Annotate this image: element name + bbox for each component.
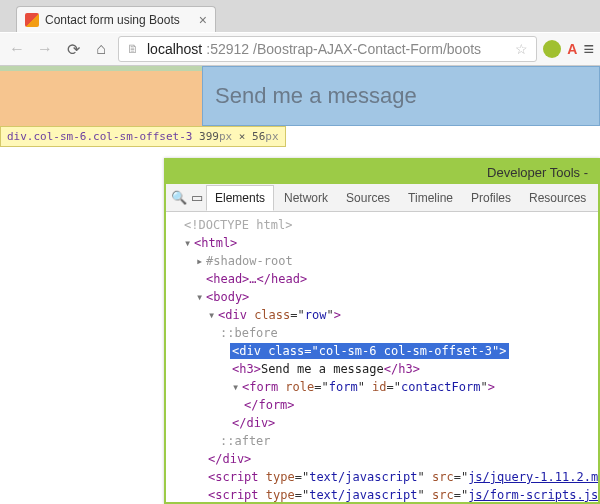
url-port: :52912 <box>206 41 249 57</box>
tab-strip: Contact form using Boots × <box>0 0 600 32</box>
tab-elements[interactable]: Elements <box>206 185 274 211</box>
tab-audits[interactable]: Audits <box>596 186 600 210</box>
dom-script1[interactable]: <script type="text/javascript" src="js/j… <box>172 468 592 486</box>
extension-icon[interactable] <box>543 40 561 58</box>
menu-icon[interactable]: ≡ <box>583 39 594 60</box>
inspect-icon[interactable]: 🔍 <box>170 187 188 209</box>
dom-tree[interactable]: <!DOCTYPE html> ▾<html> ▸#shadow-root <h… <box>166 212 598 502</box>
page-icon: 🗎 <box>127 42 139 56</box>
dom-selected[interactable]: <div class="col-sm-6 col-sm-offset-3"> <box>230 343 509 359</box>
dom-script2[interactable]: <script type="text/javascript" src="js/f… <box>172 486 592 502</box>
tooltip-selector: div.col-sm-6.col-sm-offset-3 <box>7 130 192 143</box>
dom-html[interactable]: <html> <box>194 236 237 250</box>
tab-network[interactable]: Network <box>276 186 336 210</box>
tab-title: Contact form using Boots <box>45 13 193 27</box>
dom-before[interactable]: ::before <box>220 326 278 340</box>
tab-resources[interactable]: Resources <box>521 186 594 210</box>
favicon-icon <box>25 13 39 27</box>
reload-icon[interactable]: ⟳ <box>62 40 84 59</box>
toggle-icon[interactable]: ▾ <box>196 288 206 306</box>
devtools-tabs: 🔍 ▭ Elements Network Sources Timeline Pr… <box>166 184 598 212</box>
toggle-icon[interactable]: ▸ <box>196 252 206 270</box>
devtools-titlebar[interactable]: Developer Tools - <box>166 160 598 184</box>
dom-body[interactable]: <body> <box>206 290 249 304</box>
tooltip-width: 399 <box>199 130 219 143</box>
browser-tab[interactable]: Contact form using Boots × <box>16 6 216 32</box>
dom-h3[interactable]: <h3>Send me a message</h3> <box>172 360 592 378</box>
url-host: localhost <box>147 41 202 57</box>
toggle-icon[interactable]: ▾ <box>208 306 218 324</box>
home-icon[interactable]: ⌂ <box>90 40 112 58</box>
toggle-icon[interactable]: ▾ <box>220 342 230 360</box>
dom-doctype: <!DOCTYPE html> <box>184 218 292 232</box>
devtools-title: Developer Tools - <box>487 165 588 180</box>
highlight-margin <box>0 66 202 126</box>
tab-profiles[interactable]: Profiles <box>463 186 519 210</box>
dom-col-close[interactable]: </div> <box>232 416 275 430</box>
dom-form[interactable]: <form role="form" id="contactForm"> <box>242 380 495 394</box>
dom-head[interactable]: <head>…</head> <box>206 272 307 286</box>
tab-sources[interactable]: Sources <box>338 186 398 210</box>
forward-icon[interactable]: → <box>34 40 56 58</box>
bookmark-icon[interactable]: ☆ <box>515 41 528 57</box>
dom-row[interactable]: <div class="row"> <box>218 308 341 322</box>
dom-form-close[interactable]: </form> <box>244 398 295 412</box>
toggle-icon[interactable]: ▾ <box>184 234 194 252</box>
url-path: /Boostrap-AJAX-Contact-Form/boots <box>253 41 481 57</box>
device-icon[interactable]: ▭ <box>190 187 204 209</box>
adblock-icon[interactable]: A <box>567 41 577 57</box>
tooltip-px1: px <box>219 130 232 143</box>
element-tooltip: div.col-sm-6.col-sm-offset-3 399px × 56p… <box>0 126 286 147</box>
highlight-content: Send me a message <box>202 66 600 126</box>
toggle-icon[interactable]: ▾ <box>232 378 242 396</box>
back-icon[interactable]: ← <box>6 40 28 58</box>
dom-after[interactable]: ::after <box>220 434 271 448</box>
devtools-window: Developer Tools - 🔍 ▭ Elements Network S… <box>164 158 600 504</box>
address-bar[interactable]: 🗎 localhost:52912/Boostrap-AJAX-Contact-… <box>118 36 537 62</box>
viewport: Send me a message div.col-sm-6.col-sm-of… <box>0 66 600 504</box>
dom-shadow[interactable]: #shadow-root <box>206 254 293 268</box>
page-heading: Send me a message <box>215 83 417 109</box>
dom-row-close[interactable]: </div> <box>208 452 251 466</box>
tab-timeline[interactable]: Timeline <box>400 186 461 210</box>
nav-toolbar: ← → ⟳ ⌂ 🗎 localhost:52912/Boostrap-AJAX-… <box>0 32 600 66</box>
close-icon[interactable]: × <box>199 12 207 28</box>
tooltip-height: 56 <box>252 130 265 143</box>
tooltip-px2: px <box>265 130 278 143</box>
